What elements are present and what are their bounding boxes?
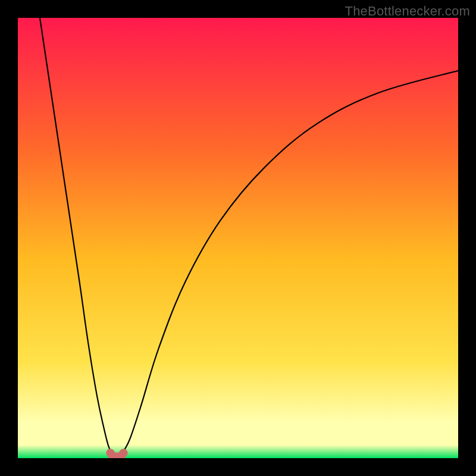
curves-layer: [18, 18, 458, 458]
valley-marker: [110, 453, 123, 457]
left-branch-curve: [40, 18, 114, 455]
outer-frame: TheBottlenecker.com: [0, 0, 476, 476]
right-branch-curve: [120, 71, 458, 455]
plot-area: [18, 18, 458, 458]
watermark-text: TheBottlenecker.com: [345, 4, 470, 19]
